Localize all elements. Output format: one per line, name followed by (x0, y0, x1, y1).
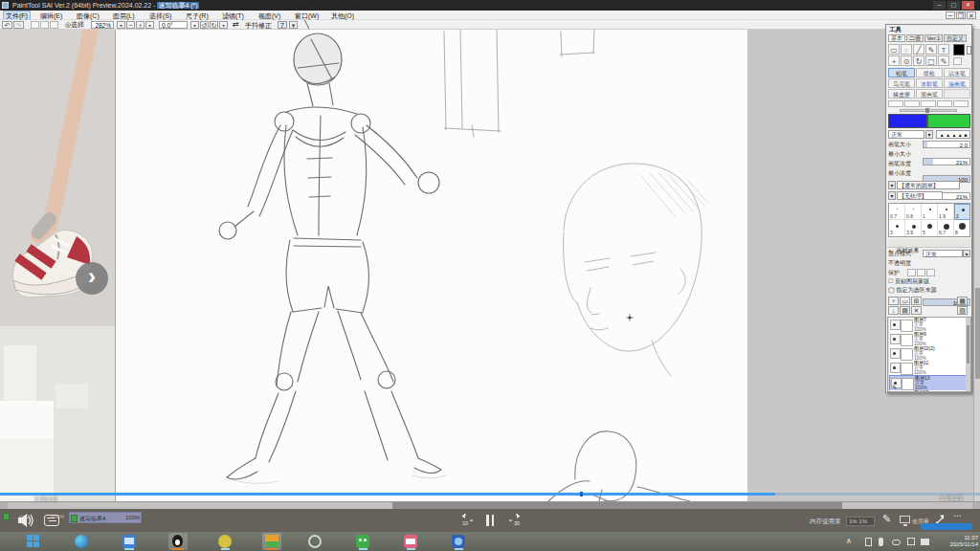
rewind-10-button[interactable]: 10 (457, 514, 473, 528)
line-tool-icon[interactable]: ╲ (304, 20, 309, 29)
taskbar-sync-icon[interactable] (308, 535, 322, 548)
layer-row[interactable]: 图层12正常100% (889, 390, 966, 392)
size-preset[interactable]: 0.8 (905, 204, 922, 220)
doc-minimize-button[interactable]: ─ (946, 11, 955, 19)
rotate-right-button[interactable]: ↻ (210, 21, 218, 29)
brush-size-slider[interactable]: 2.0 (923, 141, 970, 148)
brush-slot[interactable] (888, 100, 903, 107)
start-button[interactable] (27, 535, 40, 548)
taskbar-clock[interactable]: 11:37 2025/11/14 (942, 535, 978, 548)
taskbar-edge-icon[interactable] (75, 535, 88, 548)
layer-options-button[interactable]: ▧ (957, 306, 968, 315)
brush-dippen[interactable]: 沾水笔 (944, 68, 970, 77)
tray-icon-1[interactable] (865, 538, 872, 546)
doc-restore-button[interactable]: ❐ (956, 11, 966, 19)
secondary-color-bar[interactable] (927, 114, 970, 128)
layer-section-header[interactable]: ▸ 画材效果 (887, 239, 971, 248)
brush-oil[interactable]: 油画笔 (944, 78, 970, 88)
redo-button[interactable]: ↷ (13, 21, 24, 29)
primary-color-bar[interactable] (888, 114, 927, 128)
swatch-slot[interactable] (953, 57, 962, 65)
brush-slot[interactable] (953, 100, 969, 107)
size-preset[interactable]: 3 (889, 220, 905, 236)
brush-blend[interactable]: 混色笔 (916, 89, 943, 99)
taskbar-app-blue-icon[interactable] (452, 535, 465, 548)
menu-view[interactable]: 视图(V) (258, 11, 280, 20)
menu-filter[interactable]: 滤镜(T) (222, 11, 244, 20)
zoom-reset-button[interactable]: ▪ (145, 21, 154, 29)
protect-opacity-toggle[interactable] (907, 269, 916, 276)
rotate-left-button[interactable]: ↺ (200, 21, 209, 29)
rotate-reset-button[interactable]: ▪ (190, 21, 199, 29)
size-preset[interactable]: 1.9 (938, 204, 954, 220)
eye-icon[interactable] (890, 334, 901, 344)
danmaku-button[interactable] (44, 515, 59, 526)
brush-shape-dropdown[interactable]: 【通常的圆形】 (897, 181, 960, 189)
brush-eraser[interactable]: 橡皮擦 (888, 89, 915, 99)
lasso-tool[interactable]: ◌ (901, 44, 912, 55)
size-preset-selected[interactable]: 2 (954, 204, 970, 220)
doc-close-button[interactable]: ✕ (967, 11, 976, 19)
swatch-slot[interactable] (50, 21, 58, 29)
size-preset[interactable]: 8 (954, 220, 970, 236)
protect-image-toggle[interactable] (917, 269, 925, 276)
swatch-slot[interactable] (40, 21, 49, 29)
size-preset[interactable]: 6.7 (938, 220, 954, 236)
brush-slot[interactable] (904, 100, 920, 107)
stabilizer-value[interactable]: 7 (278, 21, 287, 29)
tray-icon-5[interactable] (921, 539, 929, 545)
tray-icon-4[interactable] (907, 538, 915, 545)
eye-icon[interactable] (890, 348, 901, 359)
size-preset[interactable]: 5 (922, 220, 938, 236)
vertical-scrollbar[interactable] (973, 30, 980, 501)
volume-button[interactable] (17, 513, 36, 528)
tab-binary[interactable]: 二值 (906, 34, 924, 42)
tray-icon-3[interactable] (892, 540, 901, 545)
size-preset[interactable]: 3.9 (905, 220, 922, 236)
text-tool[interactable]: T (938, 44, 949, 55)
protect-position-toggle[interactable] (926, 269, 935, 276)
new-folder-button[interactable]: ▭ (900, 297, 910, 305)
brush-airbrush[interactable]: 喷枪 (916, 68, 943, 77)
flip-icon[interactable]: ⇄ (233, 20, 239, 29)
brush-tip-shapes[interactable]: ▲ ▲ ▲ ▲ ■ (936, 130, 970, 139)
eye-icon[interactable] (890, 363, 901, 373)
zoom-in-button[interactable]: ＋ (136, 21, 145, 29)
bg-color-swatch[interactable] (967, 46, 971, 55)
angle-value[interactable]: 0.0° (159, 21, 188, 29)
zoom-out-button[interactable]: − (126, 21, 135, 29)
swatch-slot[interactable] (31, 21, 39, 29)
layer-row[interactable]: 图层7正常100% (889, 318, 966, 333)
pause-button[interactable] (486, 515, 495, 526)
horizontal-scrollbar[interactable] (0, 501, 980, 509)
zoom-value[interactable]: 282% (91, 21, 114, 29)
taskbar-qq-icon[interactable] (168, 533, 188, 550)
min-size-slider[interactable]: 21% (923, 158, 970, 165)
clear-layer-button[interactable]: ▤ (900, 306, 910, 315)
menu-edit[interactable]: 编辑(E) (40, 11, 62, 20)
next-photo-button[interactable]: › (76, 262, 108, 295)
selection-source-radio[interactable]: ◯ 指定为选区来源 (888, 287, 936, 294)
brush-texture-dropdown[interactable]: 【无纹理】 (897, 191, 943, 200)
tray-icon-2[interactable] (879, 538, 883, 546)
brush-slot[interactable] (937, 100, 952, 107)
move-tool[interactable]: + (888, 55, 900, 66)
brush-watercolor[interactable]: 水彩笔 (916, 78, 943, 88)
document-tab-active[interactable]: 速写临摹4 100% (69, 512, 142, 523)
shape-dropdown-arrow[interactable]: ▾ (888, 181, 896, 189)
menu-image[interactable]: 图像(C) (77, 11, 100, 20)
menu-others[interactable]: 其他(O) (331, 11, 354, 20)
delete-layer-button[interactable]: ✕ (911, 306, 922, 315)
taskbar-music-icon[interactable] (218, 535, 232, 548)
scroll-left-button[interactable] (0, 502, 8, 509)
taskbar-explorer-icon[interactable] (122, 535, 136, 548)
clipping-checkbox[interactable]: ☐ 剪贴图层蒙版 (888, 278, 929, 285)
more-options-button[interactable]: ⋯ (953, 511, 963, 520)
blend-mode-arrow[interactable]: ▾ (963, 250, 970, 257)
progress-playhead[interactable] (580, 492, 583, 496)
tab-custom[interactable]: 自定义 (944, 34, 967, 42)
brush-mode-dropdown[interactable]: 正常 (888, 130, 924, 139)
layer-row[interactable]: 图层11正常100% (889, 361, 966, 376)
selpen-tool[interactable]: ✎ (925, 44, 937, 55)
tray-chevron-icon[interactable]: ∧ (846, 537, 852, 545)
